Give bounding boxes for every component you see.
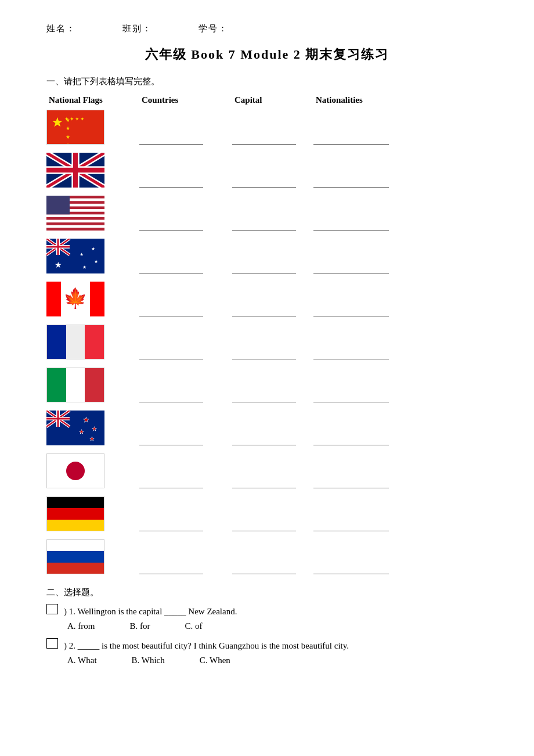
svg-text:★: ★ (83, 416, 89, 424)
table-row (46, 368, 488, 405)
blank-input[interactable] (232, 434, 296, 445)
svg-rect-14 (46, 214, 104, 217)
svg-rect-8 (73, 153, 78, 188)
blank-input[interactable] (313, 563, 389, 574)
blank-input[interactable] (232, 219, 296, 231)
table-row (46, 196, 488, 233)
blank-input[interactable] (139, 434, 203, 445)
svg-text:★: ★ (55, 261, 62, 269)
col-nationalities: Nationalities (316, 95, 432, 105)
q2-bracket (46, 638, 58, 649)
q1-bracket (46, 604, 58, 614)
header-info: 姓名： 班别： 学号： (46, 23, 488, 34)
blank-input[interactable] (232, 477, 296, 488)
section1-title: 一、请把下列表格填写完整。 (46, 76, 488, 87)
blank-input[interactable] (139, 391, 203, 402)
germany-flag (46, 496, 104, 531)
blank-input[interactable] (313, 520, 389, 531)
svg-text:★: ★ (82, 265, 86, 270)
france-flag (46, 325, 104, 359)
svg-rect-16 (46, 225, 104, 228)
blank-input[interactable] (232, 305, 296, 316)
blank-input[interactable] (232, 563, 296, 574)
usa-flag (46, 196, 104, 231)
blank-input[interactable] (313, 391, 389, 402)
blank-input[interactable] (313, 305, 389, 316)
blank-input[interactable] (313, 477, 389, 488)
blank-input[interactable] (232, 176, 296, 188)
q2-options: A. What B. Which C. When (67, 656, 488, 665)
table-row (46, 539, 488, 577)
table-row (46, 496, 488, 534)
page-title: 六年级 Book 7 Module 2 期末复习练习 (46, 46, 488, 63)
svg-rect-15 (46, 220, 104, 223)
svg-text:🍁: 🍁 (63, 287, 88, 310)
class-label: 班别： (122, 23, 152, 34)
table-row (46, 325, 488, 362)
svg-text:★: ★ (79, 429, 84, 435)
svg-rect-27 (57, 239, 59, 255)
blank-input[interactable] (232, 391, 296, 402)
q1-option-b[interactable]: B. for (130, 621, 150, 631)
blank-input[interactable] (139, 477, 203, 488)
id-label: 学号： (199, 23, 228, 34)
uk-flag (46, 153, 104, 188)
table-row: ★ ★ ★ ★ (46, 411, 488, 448)
q1-option-a[interactable]: A. from (67, 621, 95, 631)
svg-rect-17 (46, 196, 70, 214)
q1-option-c[interactable]: C. of (185, 621, 203, 631)
newzealand-flag: ★ ★ ★ ★ (46, 411, 104, 445)
table-row: 🍁 (46, 282, 488, 319)
blank-input[interactable] (139, 262, 203, 273)
svg-rect-34 (46, 282, 61, 316)
svg-text:★: ★ (80, 252, 84, 257)
svg-text:★: ★ (94, 259, 98, 264)
question-1: ) 1. Wellington is the capital _____ New… (46, 604, 488, 617)
svg-text:★: ★ (89, 435, 95, 442)
blank-input[interactable] (313, 176, 389, 188)
q2-option-a[interactable]: A. What (67, 656, 97, 665)
q2-option-b[interactable]: B. Which (132, 656, 165, 665)
table-row: ★ ★ ★ ★ ★ (46, 239, 488, 276)
blank-input[interactable] (232, 520, 296, 531)
blank-input[interactable] (232, 262, 296, 273)
blank-input[interactable] (313, 133, 389, 145)
blank-input[interactable] (139, 176, 203, 188)
svg-text:★: ★ (91, 246, 95, 251)
australia-flag: ★ ★ ★ ★ ★ (46, 239, 104, 273)
blank-input[interactable] (139, 520, 203, 531)
col-capital: Capital (234, 95, 316, 105)
svg-rect-45 (57, 411, 59, 427)
q1-text: ) 1. Wellington is the capital _____ New… (64, 607, 237, 617)
col-countries: Countries (142, 95, 234, 105)
canada-flag: 🍁 (46, 282, 104, 316)
blank-input[interactable] (232, 348, 296, 359)
svg-text:★: ★ (92, 426, 97, 432)
col-flags: National Flags (49, 95, 142, 105)
blank-input[interactable] (139, 305, 203, 316)
blank-input[interactable] (139, 219, 203, 231)
blank-input[interactable] (313, 219, 389, 231)
italy-flag (46, 368, 104, 402)
blank-input[interactable] (313, 434, 389, 445)
blank-input[interactable] (139, 563, 203, 574)
q2-option-c[interactable]: C. When (200, 656, 230, 665)
blank-input[interactable] (139, 133, 203, 145)
blank-input[interactable] (313, 262, 389, 273)
russia-flag (46, 539, 104, 574)
section2-title: 二、选择题。 (46, 587, 488, 598)
blank-input[interactable] (313, 348, 389, 359)
svg-rect-35 (90, 282, 104, 316)
blank-input[interactable] (139, 348, 203, 359)
q2-text: ) 2. _____ is the most beautiful city? I… (64, 641, 349, 651)
blank-input[interactable] (232, 133, 296, 145)
table-row (46, 153, 488, 190)
table-header: National Flags Countries Capital Nationa… (46, 95, 488, 105)
china-flag: ★ ★★★★ (46, 110, 104, 145)
japan-flag (46, 453, 104, 488)
table-row: ★ ★★★★ (46, 110, 488, 147)
question-2: ) 2. _____ is the most beautiful city? I… (46, 638, 488, 651)
table-row (46, 453, 488, 491)
name-label: 姓名： (46, 23, 76, 34)
q1-options: A. from B. for C. of (67, 621, 488, 631)
